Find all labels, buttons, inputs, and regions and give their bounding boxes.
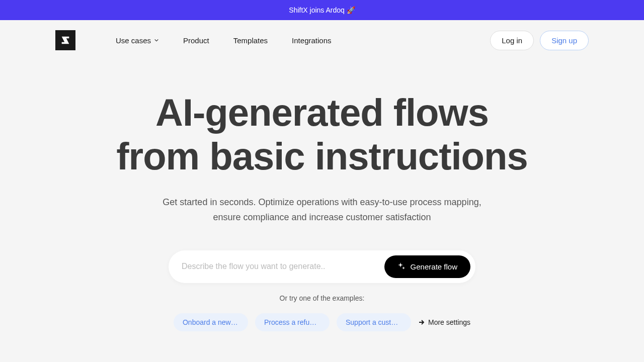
navigation: Use cases Product Templates Integrations… bbox=[55, 20, 589, 60]
logo-icon bbox=[60, 35, 71, 46]
nav-integrations-label: Integrations bbox=[292, 36, 331, 45]
chevron-down-icon bbox=[154, 38, 159, 43]
example-refund[interactable]: Process a refund for an online order bbox=[255, 313, 330, 331]
examples-row: Onboard a new user to a digital banking … bbox=[55, 313, 589, 331]
signup-button[interactable]: Sign up bbox=[540, 31, 589, 50]
generate-flow-button[interactable]: Generate flow bbox=[384, 255, 470, 278]
generate-button-label: Generate flow bbox=[411, 262, 457, 271]
nav-use-cases[interactable]: Use cases bbox=[116, 36, 159, 45]
nav-actions: Log in Sign up bbox=[490, 31, 589, 50]
hero-title-line2: from basic instructions bbox=[116, 135, 527, 177]
nav-links: Use cases Product Templates Integrations bbox=[116, 36, 332, 45]
nav-use-cases-label: Use cases bbox=[116, 36, 151, 45]
flow-generator: Generate flow bbox=[169, 250, 475, 283]
login-button[interactable]: Log in bbox=[490, 31, 534, 50]
flow-description-input[interactable] bbox=[182, 262, 384, 271]
announcement-banner[interactable]: ShiftX joins Ardoq 🚀 bbox=[0, 0, 644, 20]
signup-label: Sign up bbox=[551, 36, 577, 45]
login-label: Log in bbox=[502, 36, 522, 45]
nav-integrations[interactable]: Integrations bbox=[292, 36, 331, 45]
example-onboard[interactable]: Onboard a new user to a digital banking … bbox=[174, 313, 248, 331]
logo[interactable] bbox=[55, 30, 75, 50]
banner-text: ShiftX joins Ardoq 🚀 bbox=[289, 6, 355, 14]
hero-section: AI-generated flows from basic instructio… bbox=[55, 90, 589, 331]
nav-templates[interactable]: Templates bbox=[233, 36, 268, 45]
more-settings-link[interactable]: More settings bbox=[418, 318, 470, 326]
arrow-right-icon bbox=[418, 319, 425, 326]
hero-title: AI-generated flows from basic instructio… bbox=[55, 90, 589, 178]
sparkle-icon bbox=[397, 262, 406, 270]
more-settings-label: More settings bbox=[428, 318, 470, 326]
hero-subtitle: Get started in seconds. Optimize operati… bbox=[161, 195, 483, 225]
hero-title-line1: AI-generated flows bbox=[155, 91, 489, 134]
nav-product-label: Product bbox=[183, 36, 209, 45]
nav-templates-label: Templates bbox=[233, 36, 268, 45]
example-support[interactable]: Support a customer with a billing issue bbox=[337, 313, 411, 331]
nav-product[interactable]: Product bbox=[183, 36, 209, 45]
examples-label: Or try one of the examples: bbox=[55, 294, 589, 302]
